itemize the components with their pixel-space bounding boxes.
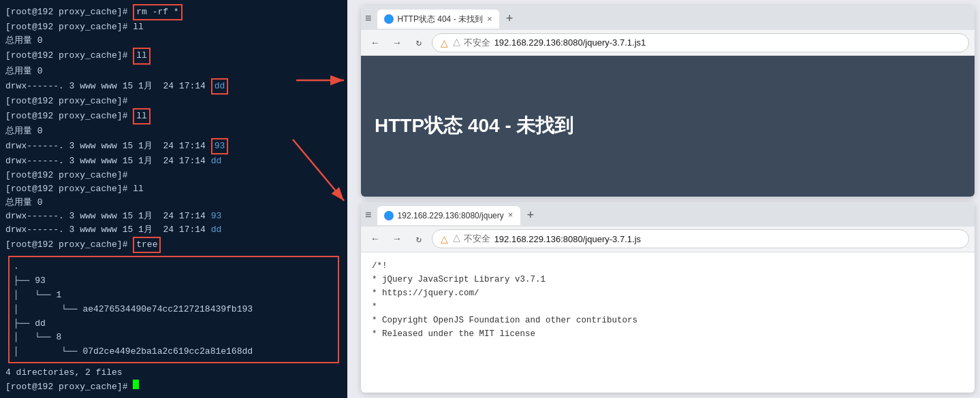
cmd-highlight: ll [133,108,151,125]
jquery-line: * Released under the MIT license [372,327,964,341]
terminal-dir-line: drwx------. 3 www www 15 1月 24 17:14 dd [5,154,342,168]
forward-button[interactable]: → [388,34,406,52]
page-404-heading: HTTP状态 404 - 未找到 [375,113,573,139]
terminal-dir-line: drwx------. 3 www www 15 1月 24 17:14 dd [5,223,342,237]
prompt: [root@192 proxy_cache]# [5,49,133,63]
terminal-output: 总用量 0 [5,65,342,78]
terminal-line: [root@192 proxy_cache]# rm -rf * [5,4,342,20]
jquery-line: * Copyright OpenJS Foundation and other … [372,314,964,327]
cmd-highlight: rm -rf * [133,4,182,20]
url-text: 192.168.229.136:8080/jquery-3.7.1.js1 [494,37,646,48]
browser-jquery: ≡ 🌐 192.168.229.136:8080/jquery × + ← → … [361,202,975,393]
back-button[interactable]: ← [366,34,384,52]
browser-menu-icon[interactable]: ≡ [365,210,372,222]
new-tab-button[interactable]: + [523,209,539,222]
tab-favicon: 🌐 [384,211,394,220]
reload-button[interactable]: ↻ [410,230,428,248]
terminal-dir-line: drwx------. 3 www www 15 1月 24 17:14 dd [5,78,342,95]
dir-name-93: 93 [211,210,222,223]
security-label: △ 不安全 [452,37,490,49]
terminal-pane: [root@192 proxy_cache]# rm -rf * [root@1… [0,0,347,398]
address-bar-jquery: ← → ↻ △ △ 不安全 192.168.229.136:8080/jquer… [361,227,975,252]
url-input-404[interactable]: △ △ 不安全 192.168.229.136:8080/jquery-3.7.… [432,33,969,52]
prompt: [root@192 proxy_cache]# [5,238,133,252]
terminal-line: [root@192 proxy_cache]# ll [5,182,342,196]
prompt: [root@192 proxy_cache]# [5,110,133,123]
tab-close-button[interactable]: × [487,14,492,24]
terminal-output: 总用量 0 [5,196,342,210]
browsers-pane: ≡ 🌐 HTTP状态 404 - 未找到 × + ← → ↻ △ △ 不安全 1… [347,0,980,398]
dir-name-93: 93 [211,138,229,154]
page-jquery-body: /*! * jQuery JavaScript Library v3.7.1 *… [361,252,975,348]
security-label: △ 不安全 [452,233,490,245]
prompt: [root@192 proxy_cache]# [5,169,127,182]
reload-button[interactable]: ↻ [410,34,428,52]
security-warning-icon: △ [441,37,448,48]
jquery-line: /*! [372,259,964,273]
page-content-jquery: /*! * jQuery JavaScript Library v3.7.1 *… [361,252,975,393]
terminal-summary: 4 directories, 2 files [5,366,342,380]
jquery-line: * [372,300,964,314]
dir-name-dd: dd [211,223,222,237]
tab-title: 192.168.229.136:8080/jquery [398,211,504,220]
terminal-dir-line: drwx------. 3 www www 15 1月 24 17:14 93 [5,138,342,154]
terminal-dir-line: drwx------. 3 www www 15 1月 24 17:14 93 [5,210,342,223]
browser-404: ≡ 🌐 HTTP状态 404 - 未找到 × + ← → ↻ △ △ 不安全 1… [361,5,975,197]
forward-button[interactable]: → [388,230,406,248]
prompt: [root@192 proxy_cache]# [5,5,133,19]
tab-bar-jquery: ≡ 🌐 192.168.229.136:8080/jquery × + [361,202,975,227]
tree-output-box: .├── 93│ └── 1│ └── ae4276534490e74cc212… [8,256,339,363]
security-warning-icon: △ [441,233,448,244]
address-bar-404: ← → ↻ △ △ 不安全 192.168.229.136:8080/jquer… [361,30,975,56]
prompt: [root@192 proxy_cache]# [5,20,133,34]
terminal-line: [root@192 proxy_cache]# ll [5,48,342,64]
page-404-body: HTTP状态 404 - 未找到 [361,56,975,197]
cmd-text: ll [133,182,144,196]
terminal-line: [root@192 proxy_cache]# ll [5,20,342,34]
terminal-line: [root@192 proxy_cache]# [5,95,342,108]
dir-name-dd: dd [211,78,229,95]
prompt: [root@192 proxy_cache]# [5,95,127,108]
url-input-jquery[interactable]: △ △ 不安全 192.168.229.136:8080/jquery-3.7.… [432,229,969,248]
url-text: 192.168.229.136:8080/jquery-3.7.1.js [494,234,641,244]
browser-tab-active[interactable]: 🌐 HTTP状态 404 - 未找到 × [377,10,499,29]
new-tab-button[interactable]: + [502,12,518,26]
terminal-line: [root@192 proxy_cache]# [5,169,342,182]
prompt: [root@192 proxy_cache]# [5,380,133,394]
jquery-line: * jQuery JavaScript Library v3.7.1 [372,273,964,286]
page-content-404: HTTP状态 404 - 未找到 [361,56,975,197]
tab-title: HTTP状态 404 - 未找到 [398,14,483,25]
prompt: [root@192 proxy_cache]# [5,182,133,196]
terminal-line: [root@192 proxy_cache]# tree [5,237,342,253]
terminal-output: 总用量 0 [5,34,342,48]
terminal-final-prompt: [root@192 proxy_cache]# [5,380,342,394]
tab-close-button[interactable]: × [508,210,513,220]
dir-name-dd: dd [211,154,222,168]
browser-tab-active[interactable]: 🌐 192.168.229.136:8080/jquery × [377,206,520,225]
terminal-output: 总用量 0 [5,125,342,138]
terminal-line: [root@192 proxy_cache]# ll [5,108,342,125]
cmd-text: ll [133,20,144,34]
tab-bar-404: ≡ 🌐 HTTP状态 404 - 未找到 × + [361,5,975,30]
browser-menu-icon[interactable]: ≡ [365,13,372,25]
tab-favicon: 🌐 [384,14,394,24]
jquery-line: * https://jquery.com/ [372,286,964,300]
cursor [133,380,139,389]
back-button[interactable]: ← [366,230,384,248]
cmd-highlight: ll [133,48,151,64]
cmd-tree-highlight: tree [133,237,161,253]
